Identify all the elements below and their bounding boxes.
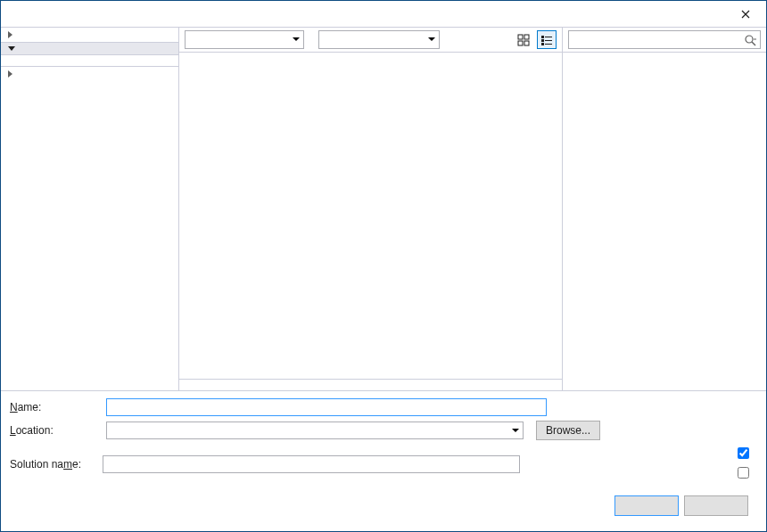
template-list[interactable] [179, 53, 562, 379]
center-pane [179, 28, 563, 390]
view-list-button[interactable] [537, 30, 557, 49]
solution-name-label: Solution name: [10, 458, 95, 471]
svg-rect-3 [524, 41, 529, 45]
name-field[interactable] [106, 398, 547, 416]
sortby-combo[interactable] [318, 30, 440, 49]
location-label: Location: [10, 424, 99, 437]
chevron-down-icon [293, 37, 300, 41]
svg-rect-0 [518, 35, 523, 39]
svg-rect-1 [524, 35, 529, 39]
svg-rect-2 [518, 41, 523, 45]
framework-combo[interactable] [185, 30, 304, 49]
solution-name-field[interactable] [103, 455, 520, 473]
create-directory-checkbox[interactable] [734, 445, 757, 462]
svg-point-10 [746, 36, 753, 43]
cancel-button[interactable] [684, 495, 748, 516]
close-icon [741, 10, 750, 19]
sidebar-recent[interactable] [1, 28, 178, 42]
svg-rect-5 [545, 37, 552, 37]
name-label: Name: [10, 401, 99, 413]
chevron-down-icon [512, 429, 519, 432]
search-icon [744, 34, 756, 46]
svg-rect-6 [541, 39, 544, 42]
chevron-down-icon [428, 37, 435, 41]
create-directory-check[interactable] [738, 447, 749, 459]
right-pane [563, 28, 766, 390]
source-control-checkbox[interactable] [734, 464, 757, 481]
svg-rect-7 [545, 40, 552, 41]
ok-button[interactable] [614, 495, 679, 516]
svg-rect-9 [545, 44, 552, 45]
close-button[interactable] [730, 4, 761, 24]
sidebar-online[interactable] [1, 66, 178, 81]
form-area: Name: Location: Browse... Solution name: [1, 390, 766, 531]
list-icon [540, 34, 553, 46]
sidebar-installed[interactable] [1, 42, 178, 55]
chevron-down-icon [8, 46, 15, 51]
view-grid-button[interactable] [514, 30, 533, 49]
toolbar [179, 28, 562, 53]
svg-rect-4 [541, 36, 544, 38]
svg-rect-8 [541, 43, 544, 45]
location-field[interactable] [106, 422, 524, 439]
source-control-check[interactable] [738, 467, 749, 479]
search-input-wrapper[interactable] [568, 30, 761, 49]
sidebar [1, 28, 179, 390]
grid-icon [517, 34, 530, 46]
browse-button[interactable]: Browse... [536, 421, 600, 440]
search-input[interactable] [573, 34, 744, 46]
chevron-right-icon [8, 31, 12, 38]
chevron-right-icon [8, 70, 12, 78]
